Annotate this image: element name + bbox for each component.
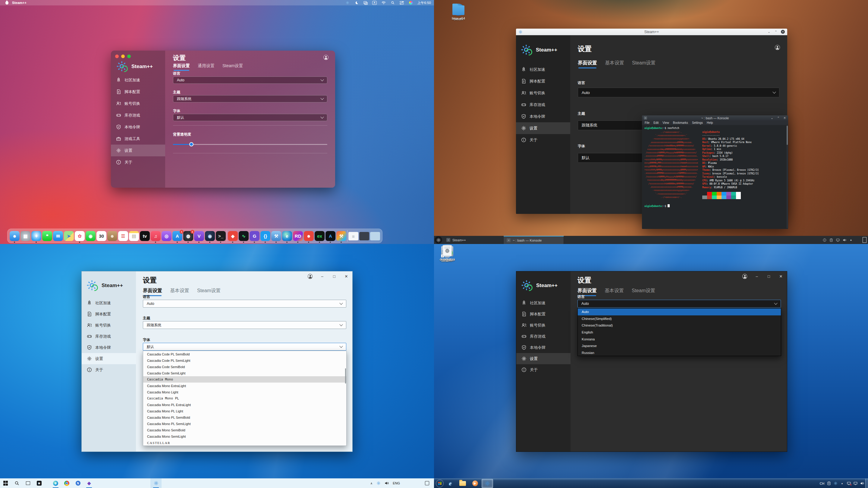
language-option[interactable]: Japanese (578, 343, 781, 350)
font-option[interactable]: Cascadia Mono PL Light (143, 408, 346, 414)
settings-tab[interactable]: 界面设置 (173, 63, 190, 71)
settings-tab[interactable]: 基本设置 (605, 60, 624, 68)
minimize-button[interactable]: – (754, 274, 759, 279)
close-button[interactable]: ✕ (778, 274, 783, 279)
wifi-icon[interactable] (381, 1, 386, 5)
language-select[interactable]: Auto (578, 300, 781, 307)
chrome-taskbar-icon[interactable] (61, 478, 72, 488)
do-not-disturb-icon[interactable] (354, 1, 359, 5)
steampp-taskbar-icon[interactable] (482, 479, 493, 488)
keyboard-tray-icon[interactable] (827, 481, 831, 486)
font-option[interactable]: Cascadia Code SemiLight (143, 370, 346, 376)
sidebar-item-game-library[interactable]: 库存游戏 (516, 99, 570, 110)
steampp-taskbar-icon[interactable] (150, 478, 161, 488)
sidebar-item-about[interactable]: 关于 (111, 156, 165, 168)
tray-status-icon[interactable] (823, 238, 827, 242)
settings-tab[interactable]: Steam设置 (222, 63, 243, 71)
account-avatar-icon[interactable] (308, 274, 313, 279)
kde-titlebar[interactable]: Steam++ ⌄ ⌃ ✕ (516, 29, 787, 35)
sidebar-item-about[interactable]: 关于 (516, 364, 570, 375)
input-method-icon[interactable]: A (372, 1, 377, 5)
explorer-taskbar-icon[interactable] (457, 479, 468, 488)
menu-item[interactable]: Help (707, 121, 713, 124)
show-desktop-button[interactable] (865, 479, 868, 488)
media-player-taskbar-icon[interactable]: ▶ (469, 479, 481, 488)
sidebar-item-settings[interactable]: 设置 (516, 122, 570, 134)
sidebar-item-local-token[interactable]: 本地令牌 (516, 110, 570, 122)
sidebar-item-game-library[interactable]: 库存游戏 (82, 331, 136, 342)
settings-tab[interactable]: 界面设置 (578, 60, 597, 68)
language-option[interactable]: Auto (578, 308, 781, 315)
facetime-icon[interactable]: ◉ (86, 231, 96, 241)
apple-developer-icon[interactable]: A (326, 231, 336, 241)
language-option[interactable]: Koreana (578, 335, 781, 343)
action-center-icon[interactable] (425, 481, 429, 485)
sidebar-item-community-accel[interactable]: 社区加速 (82, 297, 136, 308)
vscode-icon[interactable]: {} (260, 231, 270, 241)
scrollbar[interactable] (345, 368, 346, 384)
steampp-tray-icon[interactable] (833, 481, 838, 486)
remote-desktop-icon[interactable]: ☻ (304, 231, 314, 241)
language-select[interactable]: Auto (143, 300, 346, 307)
raycast-icon[interactable]: ◆ (228, 231, 238, 241)
maximize-button[interactable]: ⌃ (777, 116, 780, 120)
maximize-button[interactable]: ⌃ (774, 30, 778, 34)
mail-icon[interactable]: ✉ (53, 231, 63, 241)
account-avatar-icon[interactable] (742, 274, 747, 279)
application-launcher-icon[interactable] (435, 236, 442, 244)
xcode-icon[interactable]: ⚒ (271, 231, 281, 241)
zoom-button[interactable] (127, 55, 131, 58)
messages-icon[interactable]: ❝ (42, 231, 52, 241)
maximize-button[interactable]: □ (767, 274, 771, 279)
visual-studio-taskbar-icon[interactable]: ◆ (84, 478, 95, 488)
microsoft-store-icon[interactable]: ▣ (33, 478, 44, 488)
steampp-tray-icon[interactable] (376, 481, 381, 485)
downloads-stack-icon[interactable]: ≡ (348, 232, 358, 240)
apple-menu-icon[interactable] (5, 1, 8, 4)
linux-x64-folder-icon[interactable]: linux-x64 (447, 4, 470, 20)
sidebar-item-account-switch[interactable]: 账号切换 (82, 320, 136, 331)
sidebar-item-script-config[interactable]: 脚本配置 (82, 308, 136, 320)
close-button[interactable] (115, 55, 119, 58)
font-option[interactable]: Cascadia Mono (143, 376, 346, 383)
calendar-icon[interactable]: 30 (96, 231, 106, 241)
sidebar-item-script-config[interactable]: 脚本配置 (516, 308, 570, 320)
contacts-icon[interactable]: ☻ (107, 231, 117, 241)
tray-display-icon[interactable] (836, 238, 840, 242)
visual-studio-mac-icon[interactable]: V (194, 231, 204, 241)
sidebar-item-local-token[interactable]: 本地令牌 (111, 121, 165, 133)
music-icon[interactable]: ♫ (151, 231, 161, 241)
font-option[interactable]: Cascadia Code PL SemiBold (143, 351, 346, 357)
font-select[interactable]: 默认 (173, 114, 327, 121)
account-avatar-icon[interactable] (323, 55, 329, 60)
steampp-tray-icon[interactable] (345, 1, 350, 5)
tray-volume-icon[interactable] (842, 238, 846, 242)
show-desktop-widget[interactable] (863, 237, 867, 243)
sidebar-item-about[interactable]: 关于 (516, 134, 570, 146)
language-option[interactable]: English (578, 329, 781, 336)
sidebar-item-settings[interactable]: 设置 (516, 353, 570, 364)
github-desktop-icon[interactable]: G (250, 231, 259, 241)
input-language-indicator[interactable]: CH (820, 482, 824, 485)
task-view-button[interactable] (22, 478, 33, 488)
minimized-window-thumbnail[interactable] (359, 232, 369, 240)
minimize-button[interactable] (121, 55, 125, 58)
photos-icon[interactable]: ✿ (75, 231, 85, 241)
settings-tab[interactable]: 通用设置 (198, 63, 215, 71)
language-select[interactable]: Auto (578, 88, 779, 97)
menubar-app-name[interactable]: Steam++ (12, 1, 27, 4)
slider-thumb[interactable] (189, 142, 193, 147)
finder-icon[interactable]: ☻ (10, 231, 20, 241)
sidebar-item-script-config[interactable]: 脚本配置 (516, 75, 570, 87)
settings-tab[interactable]: Steam设置 (632, 60, 655, 68)
language-select[interactable]: Auto (173, 76, 327, 84)
font-select[interactable]: 默认 (143, 343, 346, 351)
terminal-content[interactable]: aigio@ubuntu:~$ neofetch .-/+oossssoo+/-… (642, 125, 788, 229)
language-option[interactable]: Russian (578, 350, 781, 356)
sidebar-item-community-accel[interactable]: 社区加速 (516, 297, 570, 308)
displays-icon[interactable] (363, 1, 368, 5)
sidebar-item-account-switch[interactable]: 账号切换 (516, 320, 570, 331)
taskbar-task-steampp[interactable]: > Steam++ (443, 236, 504, 244)
sidebar-item-settings[interactable]: 设置 (111, 144, 165, 156)
font-option[interactable]: Cascadia Mono PL ExtraLight (143, 401, 346, 408)
